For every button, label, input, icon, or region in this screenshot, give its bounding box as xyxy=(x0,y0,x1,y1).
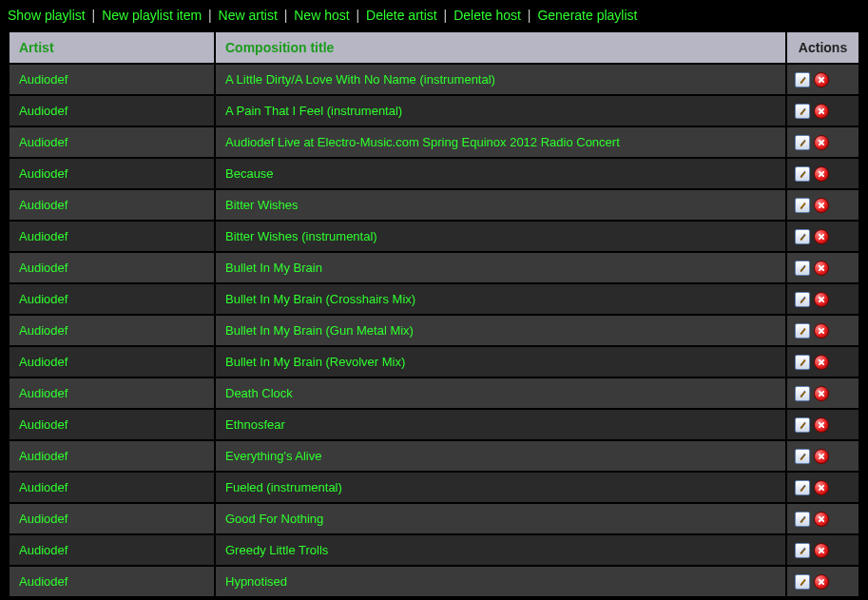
artist-cell: Audiodef xyxy=(10,473,214,502)
actions-cell xyxy=(787,316,858,345)
artist-link[interactable]: Audiodef xyxy=(19,355,68,369)
edit-icon[interactable] xyxy=(795,355,810,370)
title-link[interactable]: Audiodef Live at Electro-Music.com Sprin… xyxy=(225,135,620,149)
edit-icon[interactable] xyxy=(795,72,810,87)
artist-link[interactable]: Audiodef xyxy=(19,292,68,306)
artist-cell: Audiodef xyxy=(10,441,214,471)
title-link[interactable]: Bullet In My Brain (Revolver Mix) xyxy=(225,355,405,369)
table-row: AudiodefHypnotised xyxy=(10,567,858,596)
title-link[interactable]: A Little Dirty/A Love With No Name (inst… xyxy=(225,72,495,87)
artist-link[interactable]: Audiodef xyxy=(19,323,68,338)
artist-link[interactable]: Audiodef xyxy=(19,72,68,87)
artist-link[interactable]: Audiodef xyxy=(19,166,68,181)
title-link[interactable]: Death Clock xyxy=(225,386,293,400)
delete-icon[interactable] xyxy=(814,386,829,401)
edit-icon[interactable] xyxy=(795,512,810,527)
title-cell: Good For Nothing xyxy=(216,504,785,533)
edit-icon[interactable] xyxy=(795,386,810,401)
title-link[interactable]: Everything's Alive xyxy=(225,449,321,463)
delete-icon[interactable] xyxy=(814,417,829,433)
title-link[interactable]: Bitter Wishes (instrumental) xyxy=(225,229,377,243)
delete-icon[interactable] xyxy=(814,229,829,244)
title-link[interactable]: Because xyxy=(225,166,274,181)
nav-link[interactable]: Delete host xyxy=(453,8,521,23)
artist-link[interactable]: Audiodef xyxy=(19,543,68,557)
title-link[interactable]: Bullet In My Brain (Gun Metal Mix) xyxy=(225,323,414,338)
delete-icon[interactable] xyxy=(814,104,829,119)
edit-icon[interactable] xyxy=(795,229,810,244)
title-link[interactable]: Hypnotised xyxy=(225,574,287,589)
title-link[interactable]: Good For Nothing xyxy=(225,512,323,526)
edit-icon[interactable] xyxy=(795,574,810,590)
nav-link[interactable]: New playlist item xyxy=(102,8,202,23)
edit-icon[interactable] xyxy=(795,166,810,182)
nav-link[interactable]: Show playlist xyxy=(8,8,86,23)
artist-link[interactable]: Audiodef xyxy=(19,261,68,275)
edit-icon[interactable] xyxy=(795,292,810,307)
nav-separator: | xyxy=(278,8,294,23)
table-row: AudiodefA Pain That I Feel (instrumental… xyxy=(10,96,858,126)
delete-icon[interactable] xyxy=(814,72,829,87)
delete-icon[interactable] xyxy=(814,543,829,558)
nav-link[interactable]: Delete artist xyxy=(366,8,437,23)
delete-icon[interactable] xyxy=(814,480,829,495)
artist-link[interactable]: Audiodef xyxy=(19,229,68,243)
delete-icon[interactable] xyxy=(814,323,829,339)
artist-cell: Audiodef xyxy=(10,535,214,565)
delete-icon[interactable] xyxy=(814,135,829,150)
title-link[interactable]: A Pain That I Feel (instrumental) xyxy=(225,104,402,118)
title-link[interactable]: Fueled (instrumental) xyxy=(225,480,342,494)
table-row: AudiodefBullet In My Brain xyxy=(10,253,858,282)
edit-icon[interactable] xyxy=(795,135,810,150)
nav-link[interactable]: Generate playlist xyxy=(537,8,637,23)
table-row: AudiodefEthnosfear xyxy=(10,410,858,439)
nav-link[interactable]: New artist xyxy=(219,8,278,23)
delete-icon[interactable] xyxy=(814,449,829,464)
title-cell: Hypnotised xyxy=(216,567,785,596)
title-link[interactable]: Greedy Little Trolls xyxy=(225,543,328,557)
artist-link[interactable]: Audiodef xyxy=(19,135,68,149)
header-title: Composition title xyxy=(216,32,785,63)
edit-icon[interactable] xyxy=(795,543,810,558)
title-link[interactable]: Bullet In My Brain (Crosshairs Mix) xyxy=(225,292,415,306)
header-artist: Artist xyxy=(10,32,214,63)
nav-separator: | xyxy=(202,8,218,23)
artist-cell: Audiodef xyxy=(10,159,214,188)
nav-link[interactable]: New host xyxy=(294,8,349,23)
artist-link[interactable]: Audiodef xyxy=(19,512,68,526)
actions-cell xyxy=(787,284,858,314)
edit-icon[interactable] xyxy=(795,104,810,119)
artist-link[interactable]: Audiodef xyxy=(19,574,68,589)
actions-cell xyxy=(787,65,858,94)
edit-icon[interactable] xyxy=(795,323,810,339)
delete-icon[interactable] xyxy=(814,355,829,370)
delete-icon[interactable] xyxy=(814,292,829,307)
actions-cell xyxy=(787,222,858,251)
edit-icon[interactable] xyxy=(795,480,810,495)
edit-icon[interactable] xyxy=(795,261,810,276)
artist-link[interactable]: Audiodef xyxy=(19,198,68,212)
title-cell: A Little Dirty/A Love With No Name (inst… xyxy=(216,65,785,94)
edit-icon[interactable] xyxy=(795,417,810,433)
delete-icon[interactable] xyxy=(814,574,829,590)
artist-link[interactable]: Audiodef xyxy=(19,417,68,432)
artist-cell: Audiodef xyxy=(10,127,214,157)
delete-icon[interactable] xyxy=(814,512,829,527)
artist-cell: Audiodef xyxy=(10,65,214,94)
artist-link[interactable]: Audiodef xyxy=(19,449,68,463)
artist-link[interactable]: Audiodef xyxy=(19,480,68,494)
delete-icon[interactable] xyxy=(814,261,829,276)
artist-link[interactable]: Audiodef xyxy=(19,386,68,400)
title-cell: A Pain That I Feel (instrumental) xyxy=(216,96,785,126)
delete-icon[interactable] xyxy=(814,198,829,213)
title-link[interactable]: Bullet In My Brain xyxy=(225,261,322,275)
title-cell: Bullet In My Brain (Revolver Mix) xyxy=(216,347,785,377)
title-link[interactable]: Bitter Wishes xyxy=(225,198,299,212)
edit-icon[interactable] xyxy=(795,449,810,464)
delete-icon[interactable] xyxy=(814,166,829,182)
edit-icon[interactable] xyxy=(795,198,810,213)
title-cell: Fueled (instrumental) xyxy=(216,473,785,502)
table-row: AudiodefBitter Wishes xyxy=(10,190,858,220)
title-link[interactable]: Ethnosfear xyxy=(225,417,285,432)
artist-link[interactable]: Audiodef xyxy=(19,104,68,118)
